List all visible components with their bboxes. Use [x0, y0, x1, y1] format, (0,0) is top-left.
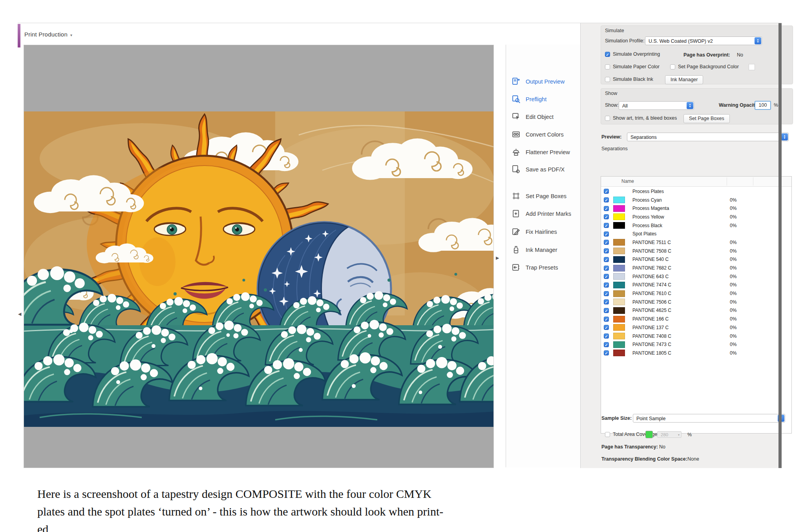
preview-dropdown[interactable]: Separations ▲▼ [627, 133, 789, 141]
separation-visibility-checkbox[interactable]: ✓ [604, 189, 609, 194]
separation-visibility-checkbox[interactable]: ✓ [604, 308, 609, 313]
panel-title-label: Print Production [24, 31, 68, 38]
tool-set-page-boxes[interactable]: Set Page Boxes [512, 191, 566, 200]
ink-percent: 0% [730, 197, 736, 203]
separation-visibility-checkbox[interactable]: ✓ [604, 299, 609, 304]
ink-name: PANTONE 7508 C [632, 248, 705, 254]
separation-row: ✓Process Magenta0% [601, 204, 791, 213]
separation-visibility-checkbox[interactable]: ✓ [604, 231, 609, 237]
tool-trap-presets[interactable]: Trap Presets [512, 263, 558, 272]
pane-scroll-right-arrow[interactable]: ▶ [496, 255, 499, 261]
simulate-overprinting-row: ✓ Simulate Overprinting [605, 51, 660, 57]
separation-visibility-checkbox[interactable]: ✓ [604, 214, 609, 219]
page-background-color-swatch[interactable] [749, 64, 755, 70]
ink-color-swatch [613, 213, 625, 220]
save-as-pdfx-icon [512, 165, 521, 174]
separation-visibility-checkbox[interactable]: ✓ [604, 333, 609, 339]
tool-label: Convert Colors [526, 131, 564, 138]
print-production-toolbar: Output Preview Preflight Edit Object Con… [506, 45, 581, 467]
separation-visibility-checkbox[interactable]: ✓ [604, 317, 609, 322]
tool-output-preview[interactable]: Output Preview [512, 77, 565, 86]
column-divider [727, 177, 727, 186]
ink-name: PANTONE 4625 C [632, 308, 705, 313]
separation-visibility-checkbox[interactable]: ✓ [604, 274, 609, 279]
set-page-boxes-icon [512, 191, 521, 200]
ink-manager-button[interactable]: Ink Manager [665, 75, 703, 84]
set-page-boxes-button[interactable]: Set Page Boxes [683, 114, 730, 123]
tool-label: Output Preview [526, 78, 565, 85]
ink-name: PANTONE 7474 C [632, 282, 705, 288]
separation-row: ✓Process Plates [601, 187, 791, 196]
separation-row: ✓Process Yellow0% [601, 213, 791, 221]
page-has-overprint-value: No [737, 52, 743, 58]
tool-convert-colors[interactable]: Convert Colors [512, 130, 564, 139]
ink-name: PANTONE 7408 C [632, 333, 705, 339]
warning-opacity-input[interactable]: 100 [755, 101, 771, 110]
ink-name: PANTONE 7610 C [632, 291, 705, 296]
transparency-blending-label: Transparency Blending Color Space: [601, 456, 687, 462]
sample-size-dropdown[interactable]: Point Sample ▲▼ [633, 414, 785, 423]
ink-percent: 0% [730, 299, 736, 305]
simulation-profile-dropdown[interactable]: U.S. Web Coated (SWOP) v2 ▲▼ [645, 36, 762, 45]
ink-color-swatch [613, 307, 625, 314]
separation-visibility-checkbox[interactable]: ✓ [604, 257, 609, 262]
page-has-overprint-label: Page has Overprint: [683, 52, 730, 58]
ink-color-swatch [613, 248, 625, 254]
output-preview-icon [512, 77, 521, 86]
panel-title[interactable]: Print Production▾ [24, 31, 72, 38]
tool-edit-object[interactable]: Edit Object [512, 112, 554, 121]
edit-object-icon [512, 112, 521, 121]
caption-text: Here is a screenshoot of a tapestry desi… [37, 485, 453, 532]
ink-name: PANTONE 7473 C [632, 342, 705, 347]
separation-visibility-checkbox[interactable]: ✓ [604, 197, 609, 202]
total-area-coverage-checkbox[interactable]: ✓ [605, 432, 610, 437]
ink-color-swatch [613, 239, 625, 246]
simulate-overprinting-checkbox[interactable]: ✓ [605, 52, 610, 57]
ink-name: PANTONE 1805 C [632, 350, 705, 356]
simulate-paper-color-checkbox[interactable]: ✓ [605, 64, 610, 69]
separation-visibility-checkbox[interactable]: ✓ [604, 350, 609, 355]
page-has-transparency-value: No [659, 444, 665, 450]
tool-flattener-preview[interactable]: Flattener Preview [512, 148, 570, 157]
pane-scroll-left-arrow[interactable]: ◀ [18, 312, 21, 317]
separation-visibility-checkbox[interactable]: ✓ [604, 291, 609, 296]
ink-percent: 0% [730, 308, 736, 313]
show-dropdown[interactable]: All ▲▼ [619, 101, 694, 110]
tool-ink-manager[interactable]: Ink Manager [512, 245, 557, 254]
separation-visibility-checkbox[interactable]: ✓ [604, 248, 609, 253]
separations-header: Name [601, 177, 791, 187]
show-boxes-checkbox[interactable]: ✓ [605, 116, 610, 121]
page-has-transparency-label: Page has Transparency: [601, 444, 658, 450]
separation-visibility-checkbox[interactable]: ✓ [604, 223, 609, 228]
ink-name: Process Cyan [632, 197, 705, 203]
ink-color-swatch [613, 273, 625, 280]
tac-warning-color-swatch[interactable] [645, 431, 653, 438]
set-page-background-checkbox[interactable]: ✓ [670, 64, 675, 69]
preflight-icon [512, 95, 521, 104]
tool-label: Fix Hairlines [526, 229, 557, 235]
separation-visibility-checkbox[interactable]: ✓ [604, 206, 609, 211]
tool-preflight[interactable]: Preflight [512, 95, 546, 104]
separation-row: ✓PANTONE 4625 C0% [601, 306, 791, 315]
tool-add-printer-marks[interactable]: Add Printer Marks [512, 209, 571, 218]
ink-manager-icon [512, 245, 521, 254]
separation-visibility-checkbox[interactable]: ✓ [604, 240, 609, 245]
simulate-paper-color-label: Simulate Paper Color [613, 64, 660, 69]
simulate-overprinting-label: Simulate Overprinting [613, 51, 660, 57]
tac-percent-dropdown-disabled: 280 ▾ [657, 431, 682, 438]
separation-visibility-checkbox[interactable]: ✓ [604, 282, 609, 288]
tool-fix-hairlines[interactable]: Fix Hairlines [512, 227, 557, 236]
separation-visibility-checkbox[interactable]: ✓ [604, 325, 609, 330]
ink-percent: 0% [730, 282, 736, 288]
separations-rows: ✓Process Plates✓Process Cyan0%✓Process M… [601, 187, 791, 357]
separation-visibility-checkbox[interactable]: ✓ [604, 342, 609, 347]
tool-save-as-pdfx[interactable]: Save as PDF/X [512, 165, 565, 174]
ink-name: Process Yellow [632, 214, 705, 220]
separation-visibility-checkbox[interactable]: ✓ [604, 266, 609, 271]
warning-opacity-percent: % [774, 102, 778, 108]
ink-color-swatch [613, 333, 625, 339]
chevron-down-icon: ▾ [70, 33, 72, 37]
tool-label: Flattener Preview [526, 149, 570, 155]
simulate-black-ink-checkbox[interactable]: ✓ [605, 77, 610, 82]
column-divider [753, 177, 753, 186]
